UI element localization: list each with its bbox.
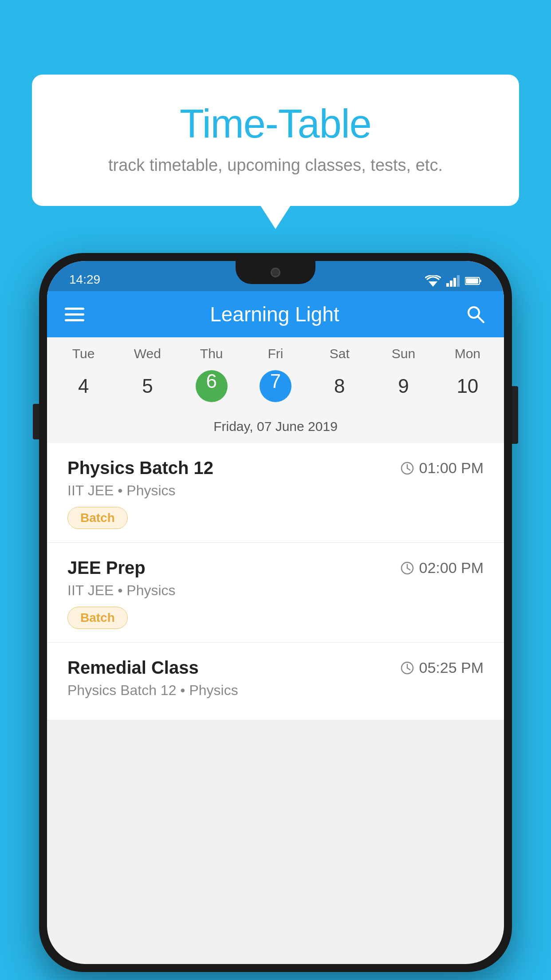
- day-9[interactable]: 9: [371, 367, 435, 406]
- hamburger-menu[interactable]: [65, 308, 84, 321]
- wifi-icon: [425, 275, 441, 287]
- class-name: Physics Batch 12: [67, 458, 213, 478]
- class-item-top: Remedial Class 05:25 PM: [67, 658, 484, 678]
- day-7[interactable]: 7: [244, 367, 307, 406]
- class-meta: Physics Batch 12 • Physics: [67, 682, 484, 699]
- day-header-sun: Sun: [371, 346, 435, 367]
- svg-rect-4: [457, 275, 460, 287]
- phone-mockup: 14:29: [39, 253, 512, 972]
- class-item-physics-batch-12[interactable]: Physics Batch 12 01:00 PM IIT JEE • Phys…: [47, 443, 504, 543]
- status-time: 14:29: [69, 273, 100, 287]
- svg-rect-2: [450, 281, 453, 287]
- svg-line-18: [407, 668, 410, 670]
- day-header-tue: Tue: [51, 346, 115, 367]
- calendar-strip: Tue Wed Thu Fri Sat Sun Mon 4 5 6 7: [47, 337, 504, 443]
- status-icons: [425, 275, 482, 287]
- svg-rect-1: [446, 283, 449, 287]
- class-time: 02:00 PM: [400, 559, 484, 577]
- class-time: 01:00 PM: [400, 459, 484, 477]
- day-4[interactable]: 4: [51, 367, 115, 406]
- batch-tag: Batch: [67, 507, 128, 529]
- tooltip-card: Time-Table track timetable, upcoming cla…: [32, 75, 519, 206]
- class-name: Remedial Class: [67, 658, 199, 678]
- battery-icon: [465, 277, 482, 285]
- phone-screen: 14:29: [47, 261, 504, 964]
- day-header-mon: Mon: [436, 346, 500, 367]
- phone-notch: [236, 261, 315, 284]
- svg-rect-3: [453, 278, 456, 287]
- class-item-jee-prep[interactable]: JEE Prep 02:00 PM IIT JEE • Physics Batc…: [47, 543, 504, 643]
- class-item-top: JEE Prep 02:00 PM: [67, 558, 484, 578]
- selected-date-label: Friday, 07 June 2019: [47, 415, 504, 443]
- day-header-fri: Fri: [244, 346, 307, 367]
- tooltip-subtitle: track timetable, upcoming classes, tests…: [67, 156, 484, 175]
- phone-outer: 14:29: [39, 253, 512, 972]
- day-numbers: 4 5 6 7 8 9 10: [47, 367, 504, 415]
- app-title: Learning Light: [210, 302, 339, 326]
- svg-rect-7: [466, 278, 478, 284]
- class-time: 05:25 PM: [400, 659, 484, 676]
- tooltip-title: Time-Table: [67, 101, 484, 147]
- day-header-sat: Sat: [307, 346, 371, 367]
- day-headers: Tue Wed Thu Fri Sat Sun Mon: [47, 346, 504, 367]
- day-10[interactable]: 10: [436, 367, 500, 406]
- camera: [271, 268, 280, 277]
- clock-icon: [400, 561, 414, 575]
- day-8[interactable]: 8: [307, 367, 371, 406]
- app-bar: Learning Light: [47, 291, 504, 337]
- clock-icon: [400, 661, 414, 675]
- day-6[interactable]: 6: [180, 367, 244, 406]
- class-name: JEE Prep: [67, 558, 146, 578]
- svg-line-12: [407, 468, 410, 470]
- batch-tag: Batch: [67, 607, 128, 629]
- day-5[interactable]: 5: [115, 367, 179, 406]
- class-meta: IIT JEE • Physics: [67, 582, 484, 599]
- signal-icon: [446, 275, 460, 287]
- clock-icon: [400, 461, 414, 475]
- svg-line-9: [478, 316, 484, 322]
- class-item-remedial[interactable]: Remedial Class 05:25 PM Physics Batch 12…: [47, 643, 504, 720]
- search-button[interactable]: [465, 304, 486, 325]
- class-meta: IIT JEE • Physics: [67, 482, 484, 499]
- svg-marker-0: [429, 281, 437, 287]
- svg-line-15: [407, 568, 410, 570]
- class-item-top: Physics Batch 12 01:00 PM: [67, 458, 484, 478]
- day-header-wed: Wed: [115, 346, 179, 367]
- day-header-thu: Thu: [180, 346, 244, 367]
- class-list: Physics Batch 12 01:00 PM IIT JEE • Phys…: [47, 443, 504, 720]
- svg-rect-6: [480, 280, 481, 282]
